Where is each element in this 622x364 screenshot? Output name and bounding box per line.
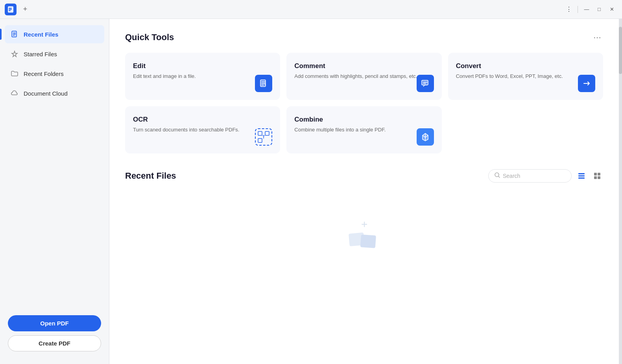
sidebar-item-recent-files[interactable]: Recent Files (5, 25, 104, 43)
sidebar-item-starred-files-label: Starred Files (24, 51, 57, 57)
app-body: Recent Files Starred Files Recent (0, 19, 622, 364)
scrollbar-thumb[interactable] (619, 27, 622, 74)
svg-rect-11 (422, 80, 428, 85)
sidebar-item-document-cloud-label: Document Cloud (24, 90, 68, 97)
empty-state: + (125, 190, 603, 274)
tool-combine-desc: Combine multiple files into a single PDF… (294, 126, 434, 144)
tool-card-combine[interactable]: Combine Combine multiple files into a si… (286, 106, 441, 153)
search-box (488, 169, 572, 183)
svg-rect-18 (578, 173, 585, 174)
app-icon (5, 4, 17, 15)
tool-card-edit[interactable]: Edit Edit text and image in a file. (125, 53, 280, 100)
svg-rect-27 (360, 235, 376, 248)
title-divider (578, 6, 578, 13)
sidebar-item-recent-folders-label: Recent Folders (24, 70, 64, 77)
tool-convert-title: Convert (456, 62, 595, 70)
quick-tools-title: Quick Tools (125, 32, 174, 42)
tool-card-ocr[interactable]: OCR Turn scaned documents into searchabl… (125, 106, 280, 153)
main-content: Quick Tools ⋯ Edit Edit text and image i… (109, 19, 619, 364)
recent-files-controls (488, 169, 603, 183)
document-cloud-icon (10, 89, 19, 98)
tool-ocr-title: OCR (133, 116, 272, 124)
svg-rect-20 (578, 177, 585, 179)
tool-edit-desc: Edit text and image in a file. (133, 72, 272, 91)
starred-files-icon (10, 50, 19, 58)
comment-icon (417, 75, 434, 92)
sidebar: Recent Files Starred Files Recent (0, 19, 109, 364)
tool-ocr-desc: Turn scaned documents into searchable PD… (133, 126, 272, 144)
svg-rect-24 (598, 176, 600, 179)
tool-comment-desc: Add comments with highlights, pencil and… (294, 72, 434, 91)
tool-convert-desc: Convert PDFs to Word, Excel, PPT, Image,… (456, 72, 595, 91)
svg-text:+: + (361, 218, 367, 230)
tool-combine-title: Combine (294, 116, 434, 124)
close-button[interactable]: ✕ (606, 4, 617, 15)
create-pdf-button[interactable]: Create PDF (8, 335, 101, 351)
recent-files-icon (10, 30, 19, 39)
sidebar-nav: Recent Files Starred Files Recent (0, 25, 109, 309)
recent-files-title: Recent Files (125, 171, 176, 181)
maximize-button[interactable]: □ (594, 4, 605, 15)
search-icon (494, 172, 500, 180)
titlebar-right: ⋮ — □ ✕ (563, 4, 617, 15)
titlebar: + ⋮ — □ ✕ (0, 0, 622, 19)
svg-rect-21 (594, 173, 597, 176)
minimize-button[interactable]: — (581, 4, 592, 15)
svg-rect-1 (9, 8, 12, 9)
new-tab-button[interactable]: + (20, 4, 31, 15)
combine-icon (417, 128, 434, 146)
scrollbar-track (619, 19, 622, 364)
open-pdf-button[interactable]: Open PDF (8, 315, 101, 331)
ocr-icon: T (255, 128, 272, 146)
sidebar-item-recent-files-label: Recent Files (24, 31, 58, 38)
svg-rect-19 (578, 176, 585, 177)
sidebar-item-starred-files[interactable]: Starred Files (5, 45, 104, 63)
tool-card-convert[interactable]: Convert Convert PDFs to Word, Excel, PPT… (448, 53, 603, 100)
empty-state-icon: + (341, 214, 388, 255)
svg-rect-8 (13, 35, 15, 36)
svg-rect-13 (258, 131, 262, 135)
grid-view-button[interactable] (591, 170, 603, 182)
edit-icon (255, 75, 272, 92)
recent-files-header: Recent Files (125, 169, 603, 183)
recent-folders-icon (10, 69, 19, 78)
svg-rect-22 (598, 173, 600, 176)
svg-rect-3 (9, 10, 11, 11)
svg-rect-2 (9, 9, 12, 10)
svg-rect-6 (13, 33, 16, 33)
sidebar-bottom: Open PDF Create PDF (0, 309, 109, 358)
sidebar-item-recent-folders[interactable]: Recent Folders (5, 65, 104, 83)
convert-icon (578, 75, 595, 92)
svg-rect-7 (13, 34, 16, 35)
sidebar-item-document-cloud[interactable]: Document Cloud (5, 84, 104, 102)
search-input[interactable] (503, 173, 566, 179)
svg-rect-15 (258, 139, 262, 142)
quick-tools-more-button[interactable]: ⋯ (591, 31, 603, 43)
tool-comment-title: Comment (294, 62, 434, 70)
list-view-button[interactable] (576, 170, 587, 182)
tools-grid: Edit Edit text and image in a file. (125, 53, 603, 153)
quick-tools-header: Quick Tools ⋯ (125, 31, 603, 43)
tool-edit-title: Edit (133, 62, 272, 70)
svg-text:T: T (262, 135, 265, 139)
menu-dots-button[interactable]: ⋮ (563, 4, 574, 15)
svg-rect-23 (594, 176, 597, 179)
titlebar-left: + (5, 4, 31, 15)
tool-card-comment[interactable]: Comment Add comments with highlights, pe… (286, 53, 441, 100)
svg-rect-14 (265, 131, 269, 135)
